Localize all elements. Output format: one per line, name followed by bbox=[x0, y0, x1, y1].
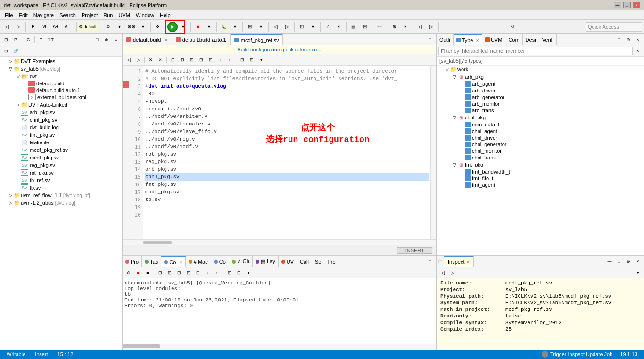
left-panel-btn-1[interactable]: ⊡ bbox=[2, 35, 10, 44]
right-minimize-btn[interactable]: — bbox=[605, 35, 614, 44]
right-maximize-btn[interactable]: □ bbox=[615, 35, 623, 44]
tree-item-arb-pkg[interactable]: SV arb_pkg.sv bbox=[0, 109, 122, 116]
minimize-button[interactable]: — bbox=[614, 2, 621, 8]
bottom-tab-tas[interactable]: Tas bbox=[142, 256, 161, 267]
inspect-toolbar-btn-3[interactable]: ▾ bbox=[634, 268, 642, 277]
ed-btn-12[interactable]: ⊡ bbox=[238, 56, 247, 64]
console-btn-6[interactable]: ↓ bbox=[203, 268, 212, 277]
ed-btn-4[interactable]: ✕ bbox=[156, 56, 165, 64]
expand-arrow[interactable]: ▽ bbox=[444, 67, 450, 72]
status-position[interactable]: 15 : 12 bbox=[55, 350, 76, 359]
console-btn-1[interactable]: ⊡ bbox=[156, 268, 165, 277]
compile-all-btn[interactable]: ⚙⚙ bbox=[126, 22, 137, 32]
tab-close[interactable]: × bbox=[467, 259, 470, 265]
tree-item-chnl-monitor[interactable]: chnl_monitor bbox=[437, 148, 644, 154]
left-panel-btn-4[interactable]: T bbox=[37, 35, 45, 44]
tree-item-dvt-build-log[interactable]: 📄 dvt_build.log bbox=[0, 124, 122, 131]
tree-item-dvt-auto-linked[interactable]: ▷ 📁 DVT Auto-Linked bbox=[0, 101, 122, 109]
tb-p-btn[interactable]: P bbox=[28, 22, 38, 32]
tree-item-arb-generator[interactable]: arb_generator bbox=[437, 94, 644, 100]
tree-item-reg-pkg[interactable]: SV reg_pkg.sv bbox=[0, 161, 122, 169]
bottom-maximize-btn[interactable]: □ bbox=[426, 258, 434, 266]
bottom-tab-uv[interactable]: UV bbox=[279, 256, 297, 267]
inspect-new-btn[interactable]: ⊕ bbox=[624, 257, 633, 266]
expand-arrow[interactable]: ▷ bbox=[8, 193, 13, 198]
inspect-tab-inspect[interactable]: Inspect × bbox=[444, 256, 474, 267]
console-pin-btn[interactable]: ▾ bbox=[244, 268, 253, 277]
tb-search-prev[interactable]: ◁ bbox=[271, 22, 281, 32]
close-button[interactable]: × bbox=[633, 2, 640, 8]
expand-arrow[interactable]: ▷ bbox=[8, 59, 13, 64]
tb-aplus-btn[interactable]: A+ bbox=[50, 22, 61, 32]
menu-project[interactable]: Project bbox=[79, 11, 100, 19]
console-stop2-btn[interactable]: ■ bbox=[143, 268, 152, 277]
bottom-tab-co[interactable]: Co × bbox=[161, 256, 186, 267]
menu-uvm[interactable]: UVM bbox=[116, 11, 132, 19]
ed-btn-11[interactable]: ↑ bbox=[225, 56, 234, 64]
tab-close[interactable]: × bbox=[179, 259, 182, 265]
compile-down-btn[interactable]: ▾ bbox=[115, 22, 125, 32]
editor-quick-ref[interactable]: Build configuration quick reference... bbox=[123, 45, 436, 54]
left-close-btn[interactable]: × bbox=[112, 35, 120, 44]
tree-item-dvt[interactable]: ▽ 📂 .dvt bbox=[0, 73, 122, 80]
stop-btn[interactable]: ■ bbox=[193, 22, 203, 32]
tree-item-chnl-pkg[interactable]: SV chnl_pkg.sv bbox=[0, 116, 122, 124]
bottom-tab-ch[interactable]: ✓ Ch bbox=[229, 256, 253, 267]
tree-item-uvm-1-2[interactable]: ▷ 📁 uvm-1.2_ubus [dvt: vlog] bbox=[0, 199, 122, 207]
console-btn-5[interactable]: ⊡ bbox=[194, 268, 202, 277]
quick-access-field[interactable]: Quick Access bbox=[586, 22, 642, 32]
expand-arrow[interactable]: ▽ bbox=[452, 115, 457, 120]
console-clear-btn[interactable]: ⊘ bbox=[124, 268, 133, 277]
menu-navigate[interactable]: Navigate bbox=[31, 11, 57, 19]
tree-item-sv-lab5[interactable]: ▽ 📁 sv_lab5 [dvt: vlog] bbox=[0, 65, 122, 73]
right-tab-outli[interactable]: Outli bbox=[437, 34, 454, 45]
tree-item-arb-driver[interactable]: arb_driver bbox=[437, 87, 644, 94]
ed-btn-8[interactable]: ⊡ bbox=[197, 56, 206, 64]
tree-item-chnl-generator[interactable]: chnl_generator bbox=[437, 141, 644, 148]
back-button[interactable]: ◁ bbox=[2, 22, 12, 32]
compile-all-down-btn[interactable]: ▾ bbox=[138, 22, 149, 32]
tree-item-work[interactable]: ▽ 📁 work bbox=[437, 66, 644, 73]
tree-item-default-build-auto[interactable]: default.build.auto.1 bbox=[0, 87, 122, 93]
tb-layout-1[interactable]: ▤ bbox=[348, 22, 359, 32]
editor-minimize-btn[interactable]: — bbox=[416, 35, 425, 44]
tree-item-chnl-driver[interactable]: chnl_driver bbox=[437, 134, 644, 141]
tree-item-mcdf-pkg-ref[interactable]: SV mcdf_pkg_ref.sv bbox=[0, 146, 122, 154]
tb-extra-5[interactable]: ⊕ bbox=[389, 22, 399, 32]
console-scrollbar-h[interactable] bbox=[123, 344, 436, 350]
menu-window[interactable]: Window bbox=[133, 11, 157, 19]
tree-item-fmt-bandwidth[interactable]: fmt_bandwidth_t bbox=[437, 168, 644, 175]
menu-edit[interactable]: Edit bbox=[16, 11, 31, 19]
tab-close[interactable]: × bbox=[476, 37, 479, 43]
menu-file[interactable]: File bbox=[2, 11, 16, 19]
debug-dropdown-btn[interactable]: ▾ bbox=[230, 22, 240, 32]
expand-arrow[interactable]: ▽ bbox=[15, 74, 21, 79]
editor-tab-mcdf-pkg-ref[interactable]: mcdf_pkg_ref.sv bbox=[231, 34, 283, 45]
tree-item-mon-data-t[interactable]: mon_data_t bbox=[437, 121, 644, 128]
right-tab-type[interactable]: Type × bbox=[454, 34, 482, 45]
console-btn-2[interactable]: ⊡ bbox=[165, 268, 174, 277]
run-dropdown-btn[interactable]: ▾ bbox=[178, 22, 189, 32]
maximize-button[interactable]: □ bbox=[623, 2, 631, 8]
console-btn-4[interactable]: ⊡ bbox=[184, 268, 193, 277]
type-filter-input[interactable] bbox=[438, 47, 633, 55]
bottom-minimize-btn[interactable]: — bbox=[416, 258, 425, 266]
ed-btn-7[interactable]: ⊡ bbox=[188, 56, 196, 64]
ed-btn-14[interactable]: ▾ bbox=[257, 56, 265, 64]
editor-scrollbar-v[interactable] bbox=[430, 66, 436, 239]
expand-arrow[interactable]: ▷ bbox=[8, 200, 13, 205]
bottom-tab-co2[interactable]: Co bbox=[211, 256, 229, 267]
ed-btn-10[interactable]: ↓ bbox=[216, 56, 224, 64]
ed-btn-6[interactable]: ⊡ bbox=[178, 56, 187, 64]
ed-btn-5[interactable]: ⊡ bbox=[169, 56, 177, 64]
console-btn-9[interactable]: ⊡ bbox=[235, 268, 243, 277]
forward-button[interactable]: ▷ bbox=[13, 22, 24, 32]
tb-waveform[interactable]: 〰 bbox=[374, 22, 385, 32]
bottom-tab-pro2[interactable]: Pro bbox=[324, 256, 339, 267]
left-link-btn[interactable]: 🔗 bbox=[11, 47, 20, 55]
tb-green-check[interactable]: ✓ bbox=[322, 22, 333, 32]
console-btn-7[interactable]: ↑ bbox=[213, 268, 221, 277]
tree-item-arb-pkg-r[interactable]: ▽ ⊞ arb_pkg bbox=[437, 73, 644, 81]
tree-item-default-build[interactable]: default.build bbox=[0, 80, 122, 87]
tree-item-chnl-trans[interactable]: chnl_trans bbox=[437, 154, 644, 161]
